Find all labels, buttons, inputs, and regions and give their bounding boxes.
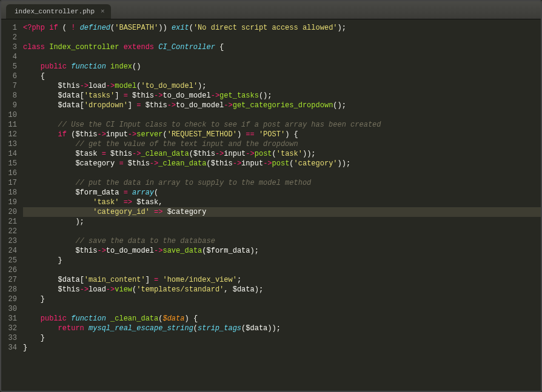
code-line: $category = $this->_clean_data($this->in…	[23, 159, 541, 168]
line-number: 15	[1, 159, 17, 168]
code-line	[23, 168, 541, 178]
code-line: 'task' => $task,	[23, 198, 541, 207]
line-number: 33	[1, 333, 17, 343]
code-line	[23, 265, 541, 275]
line-number: 26	[1, 265, 17, 275]
code-line: $this->load->view('templates/standard', …	[23, 285, 541, 294]
line-number: 30	[1, 304, 17, 314]
line-number: 27	[1, 275, 17, 285]
line-number: 31	[1, 314, 17, 324]
line-number: 10	[1, 110, 17, 120]
code-line-highlighted: 'category_id' => $category	[23, 207, 541, 217]
code-line: // save the data to the database	[23, 236, 541, 246]
line-number: 19	[1, 198, 17, 207]
line-number: 23	[1, 236, 17, 246]
code-line: return mysql_real_escape_string(strip_ta…	[23, 324, 541, 333]
code-line: }	[23, 294, 541, 304]
line-number: 9	[1, 101, 17, 110]
code-line	[23, 110, 541, 120]
close-icon[interactable]: ×	[101, 8, 105, 15]
line-number: 7	[1, 81, 17, 91]
line-number: 20	[1, 207, 17, 217]
code-editor[interactable]: 1 2 3 4 5 6 7 8 9 10 11 12 13 14 15 16 1…	[1, 19, 541, 391]
line-number: 29	[1, 294, 17, 304]
code-line: $this->to_do_model->save_data($form_data…	[23, 246, 541, 256]
code-line: $data['dropdown'] = $this->to_do_model->…	[23, 101, 541, 110]
line-number: 28	[1, 285, 17, 294]
code-line: if ($this->input->server('REQUEST_METHOD…	[23, 130, 541, 139]
code-line: $this->load->model('to_do_model');	[23, 81, 541, 91]
line-number: 17	[1, 178, 17, 188]
tab-bar: index_controller.php ×	[1, 1, 541, 19]
code-line: // put the data in array to supply to th…	[23, 178, 541, 188]
line-number: 2	[1, 33, 17, 42]
code-line: public function index()	[23, 62, 541, 71]
code-line	[23, 33, 541, 42]
code-line: $form_data = array(	[23, 188, 541, 198]
code-line: public function _clean_data($data) {	[23, 314, 541, 324]
line-number: 24	[1, 246, 17, 256]
code-line: }	[23, 333, 541, 343]
line-number: 6	[1, 71, 17, 81]
line-number: 3	[1, 42, 17, 52]
code-line	[23, 227, 541, 236]
line-number: 32	[1, 324, 17, 333]
code-line: {	[23, 71, 541, 81]
code-line	[23, 304, 541, 314]
code-line: $task = $this->_clean_data($this->input-…	[23, 149, 541, 159]
line-number: 22	[1, 227, 17, 236]
line-number: 5	[1, 62, 17, 71]
tab-filename: index_controller.php	[15, 8, 95, 15]
line-number: 25	[1, 256, 17, 265]
line-number: 8	[1, 91, 17, 101]
line-number: 21	[1, 217, 17, 227]
line-number: 11	[1, 120, 17, 130]
code-line: }	[23, 343, 541, 353]
line-number: 14	[1, 149, 17, 159]
code-line: <?php if ( ! defined('BASEPATH')) exit('…	[23, 23, 541, 33]
code-line: );	[23, 217, 541, 227]
code-line	[23, 52, 541, 62]
code-line: class Index_controller extends CI_Contro…	[23, 42, 541, 52]
line-number: 16	[1, 168, 17, 178]
line-number-gutter: 1 2 3 4 5 6 7 8 9 10 11 12 13 14 15 16 1…	[1, 23, 23, 391]
line-number: 18	[1, 188, 17, 198]
line-number: 1	[1, 23, 17, 33]
code-content[interactable]: <?php if ( ! defined('BASEPATH')) exit('…	[23, 23, 541, 391]
line-number: 4	[1, 52, 17, 62]
code-line: $data['main_content'] = 'home/index_view…	[23, 275, 541, 285]
code-line: }	[23, 256, 541, 265]
code-line: // Use the CI Input class to check to se…	[23, 120, 541, 130]
tab-active[interactable]: index_controller.php ×	[6, 4, 111, 19]
code-line: // get the value of the text input and t…	[23, 139, 541, 149]
line-number: 12	[1, 130, 17, 139]
code-line: $data['tasks'] = $this->to_do_model->get…	[23, 91, 541, 101]
line-number: 34	[1, 343, 17, 353]
line-number: 13	[1, 139, 17, 149]
